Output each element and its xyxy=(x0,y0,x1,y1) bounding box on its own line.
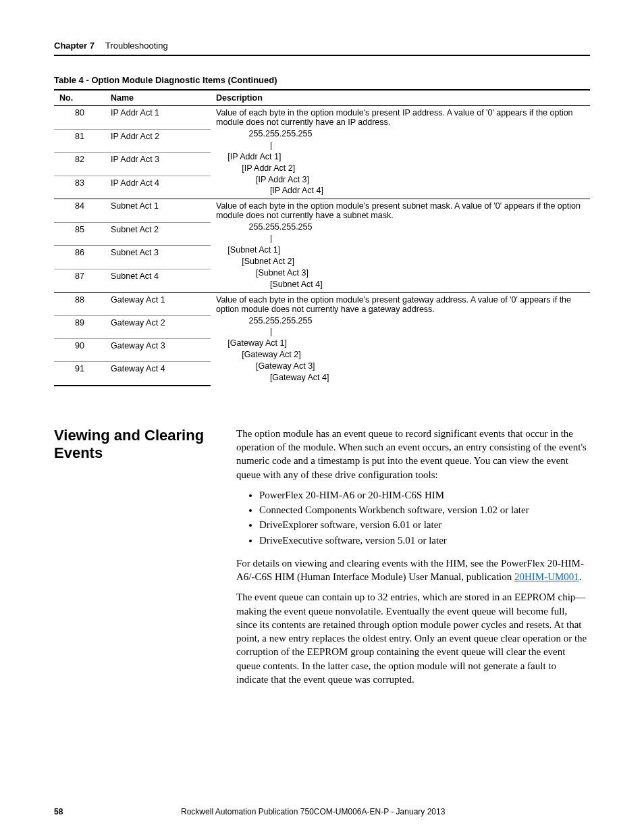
list-item: DriveExecutive software, version 5.01 or… xyxy=(259,533,590,547)
chapter-label: Chapter 7 xyxy=(54,41,95,51)
page-header: Chapter 7 Troubleshooting xyxy=(54,41,590,51)
item-name: Subnet Act 4 xyxy=(105,269,211,292)
page-footer: 58 Rockwell Automation Publication 750CO… xyxy=(54,807,590,816)
item-no: 84 xyxy=(54,199,105,223)
item-name: Subnet Act 2 xyxy=(105,222,211,246)
item-no: 85 xyxy=(54,222,105,246)
page-number: 58 xyxy=(54,807,63,816)
chapter-title: Troubleshooting xyxy=(105,41,168,51)
item-no: 86 xyxy=(54,246,105,269)
section-content: The option module has an event queue to … xyxy=(236,427,590,693)
item-name: IP Addr Act 1 xyxy=(105,106,211,130)
item-name: IP Addr Act 3 xyxy=(105,153,211,176)
item-description: Value of each byte in the option module'… xyxy=(211,106,590,199)
item-name: IP Addr Act 2 xyxy=(105,129,211,153)
bullet-list: PowerFlex 20-HIM-A6 or 20-HIM-C6S HIMCon… xyxy=(236,488,590,547)
item-description: Value of each byte in the option module'… xyxy=(211,199,590,292)
item-name: Gateway Act 1 xyxy=(105,292,211,315)
col-header-no: No. xyxy=(54,90,105,106)
item-name: Gateway Act 3 xyxy=(105,338,211,361)
diagnostic-table: No. Name Description 80IP Addr Act 1Valu… xyxy=(54,89,590,386)
publication-link[interactable]: 20HIM-UM001 xyxy=(514,571,579,582)
item-no: 83 xyxy=(54,176,105,199)
header-rule xyxy=(54,55,590,56)
section-heading: Viewing and Clearing Events xyxy=(54,427,209,693)
item-no: 91 xyxy=(54,362,105,386)
publication-id: Rockwell Automation Publication 750COM-U… xyxy=(181,807,445,816)
list-item: PowerFlex 20-HIM-A6 or 20-HIM-C6S HIM xyxy=(259,488,590,502)
paragraph: For details on viewing and clearing even… xyxy=(236,556,590,584)
col-header-desc: Description xyxy=(211,90,590,106)
item-description: Value of each byte in the option module'… xyxy=(211,292,590,386)
table-caption: Table 4 - Option Module Diagnostic Items… xyxy=(54,75,590,85)
list-item: DriveExplorer software, version 6.01 or … xyxy=(259,518,590,531)
item-no: 87 xyxy=(54,269,105,292)
item-no: 81 xyxy=(54,129,105,153)
col-header-name: Name xyxy=(105,90,211,106)
item-name: Gateway Act 2 xyxy=(105,315,211,338)
item-name: IP Addr Act 4 xyxy=(105,176,211,199)
paragraph: The option module has an event queue to … xyxy=(236,427,590,481)
text: . xyxy=(579,571,582,582)
item-no: 88 xyxy=(54,292,105,315)
paragraph: The event queue can contain up to 32 ent… xyxy=(236,590,590,686)
item-no: 90 xyxy=(54,338,105,361)
item-name: Gateway Act 4 xyxy=(105,362,211,386)
item-name: Subnet Act 3 xyxy=(105,246,211,269)
item-no: 89 xyxy=(54,315,105,338)
item-no: 82 xyxy=(54,153,105,176)
list-item: Connected Components Workbench software,… xyxy=(259,503,590,517)
item-name: Subnet Act 1 xyxy=(105,199,211,223)
item-no: 80 xyxy=(54,106,105,130)
